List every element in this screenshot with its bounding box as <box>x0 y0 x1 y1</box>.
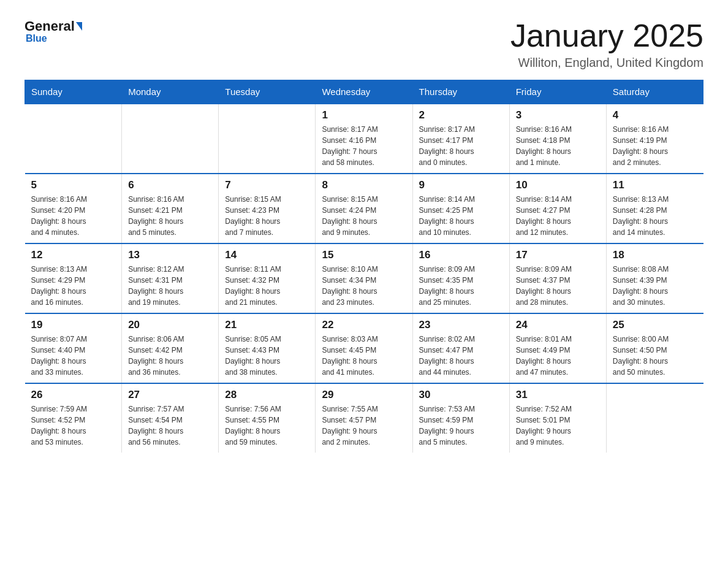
calendar-cell: 30Sunrise: 7:53 AM Sunset: 4:59 PM Dayli… <box>412 383 509 453</box>
calendar-cell: 3Sunrise: 8:16 AM Sunset: 4:18 PM Daylig… <box>509 104 606 174</box>
day-of-week-header: Thursday <box>412 80 509 104</box>
day-info: Sunrise: 8:16 AM Sunset: 4:21 PM Dayligh… <box>128 194 212 238</box>
day-info: Sunrise: 8:03 AM Sunset: 4:45 PM Dayligh… <box>322 334 406 378</box>
day-info: Sunrise: 8:02 AM Sunset: 4:47 PM Dayligh… <box>419 334 503 378</box>
calendar-cell: 7Sunrise: 8:15 AM Sunset: 4:23 PM Daylig… <box>219 174 316 243</box>
logo-blue-text: Blue <box>26 33 47 44</box>
calendar-cell: 4Sunrise: 8:16 AM Sunset: 4:19 PM Daylig… <box>606 104 703 174</box>
calendar-cell: 17Sunrise: 8:09 AM Sunset: 4:37 PM Dayli… <box>509 243 606 313</box>
calendar-cell: 13Sunrise: 8:12 AM Sunset: 4:31 PM Dayli… <box>122 243 219 313</box>
day-info: Sunrise: 8:15 AM Sunset: 4:24 PM Dayligh… <box>322 194 406 238</box>
day-info: Sunrise: 8:17 AM Sunset: 4:17 PM Dayligh… <box>419 124 503 168</box>
calendar-week-row: 5Sunrise: 8:16 AM Sunset: 4:20 PM Daylig… <box>25 174 703 243</box>
day-info: Sunrise: 8:14 AM Sunset: 4:25 PM Dayligh… <box>419 194 503 238</box>
calendar-week-row: 26Sunrise: 7:59 AM Sunset: 4:52 PM Dayli… <box>25 383 703 453</box>
calendar-cell: 8Sunrise: 8:15 AM Sunset: 4:24 PM Daylig… <box>316 174 412 243</box>
day-number: 5 <box>31 179 116 191</box>
day-of-week-header: Saturday <box>606 80 703 104</box>
title-block: January 2025 Williton, England, United K… <box>510 18 703 70</box>
calendar-cell: 16Sunrise: 8:09 AM Sunset: 4:35 PM Dayli… <box>412 243 509 313</box>
day-info: Sunrise: 8:13 AM Sunset: 4:28 PM Dayligh… <box>613 194 697 238</box>
calendar-cell <box>122 104 219 174</box>
calendar-cell: 19Sunrise: 8:07 AM Sunset: 4:40 PM Dayli… <box>25 313 122 383</box>
day-number: 21 <box>225 319 309 331</box>
calendar-week-row: 19Sunrise: 8:07 AM Sunset: 4:40 PM Dayli… <box>25 313 703 383</box>
day-info: Sunrise: 8:16 AM Sunset: 4:18 PM Dayligh… <box>516 124 600 168</box>
calendar-cell: 23Sunrise: 8:02 AM Sunset: 4:47 PM Dayli… <box>412 313 509 383</box>
day-info: Sunrise: 8:06 AM Sunset: 4:42 PM Dayligh… <box>128 334 212 378</box>
day-number: 6 <box>128 179 212 191</box>
day-info: Sunrise: 8:09 AM Sunset: 4:35 PM Dayligh… <box>419 264 503 308</box>
day-info: Sunrise: 8:17 AM Sunset: 4:16 PM Dayligh… <box>322 124 406 168</box>
calendar-week-row: 1Sunrise: 8:17 AM Sunset: 4:16 PM Daylig… <box>25 104 703 174</box>
calendar-cell: 31Sunrise: 7:52 AM Sunset: 5:01 PM Dayli… <box>509 383 606 453</box>
location-subtitle: Williton, England, United Kingdom <box>510 56 703 70</box>
logo-general-text: General <box>25 18 75 34</box>
logo-triangle-icon <box>76 22 82 31</box>
calendar-week-row: 12Sunrise: 8:13 AM Sunset: 4:29 PM Dayli… <box>25 243 703 313</box>
day-number: 11 <box>613 179 697 191</box>
day-info: Sunrise: 8:00 AM Sunset: 4:50 PM Dayligh… <box>613 334 697 378</box>
day-info: Sunrise: 7:56 AM Sunset: 4:55 PM Dayligh… <box>225 404 309 448</box>
day-number: 24 <box>516 319 600 331</box>
calendar-cell: 1Sunrise: 8:17 AM Sunset: 4:16 PM Daylig… <box>316 104 412 174</box>
calendar-cell: 28Sunrise: 7:56 AM Sunset: 4:55 PM Dayli… <box>219 383 316 453</box>
day-number: 18 <box>613 249 697 261</box>
calendar-cell: 24Sunrise: 8:01 AM Sunset: 4:49 PM Dayli… <box>509 313 606 383</box>
day-number: 30 <box>419 389 503 401</box>
calendar-cell: 26Sunrise: 7:59 AM Sunset: 4:52 PM Dayli… <box>25 383 122 453</box>
day-number: 16 <box>419 249 503 261</box>
calendar-cell: 29Sunrise: 7:55 AM Sunset: 4:57 PM Dayli… <box>316 383 412 453</box>
calendar-header-row: SundayMondayTuesdayWednesdayThursdayFrid… <box>25 80 703 104</box>
day-number: 29 <box>322 389 406 401</box>
day-info: Sunrise: 7:55 AM Sunset: 4:57 PM Dayligh… <box>322 404 406 448</box>
calendar-cell: 21Sunrise: 8:05 AM Sunset: 4:43 PM Dayli… <box>219 313 316 383</box>
day-info: Sunrise: 8:12 AM Sunset: 4:31 PM Dayligh… <box>128 264 212 308</box>
day-info: Sunrise: 8:13 AM Sunset: 4:29 PM Dayligh… <box>31 264 116 308</box>
day-info: Sunrise: 7:53 AM Sunset: 4:59 PM Dayligh… <box>419 404 503 448</box>
day-of-week-header: Tuesday <box>219 80 316 104</box>
day-number: 31 <box>516 389 600 401</box>
day-info: Sunrise: 7:57 AM Sunset: 4:54 PM Dayligh… <box>128 404 212 448</box>
day-info: Sunrise: 8:05 AM Sunset: 4:43 PM Dayligh… <box>225 334 309 378</box>
calendar-cell <box>25 104 122 174</box>
day-number: 2 <box>419 109 503 121</box>
calendar-cell: 2Sunrise: 8:17 AM Sunset: 4:17 PM Daylig… <box>412 104 509 174</box>
calendar-cell: 12Sunrise: 8:13 AM Sunset: 4:29 PM Dayli… <box>25 243 122 313</box>
day-info: Sunrise: 8:14 AM Sunset: 4:27 PM Dayligh… <box>516 194 600 238</box>
calendar-cell: 14Sunrise: 8:11 AM Sunset: 4:32 PM Dayli… <box>219 243 316 313</box>
calendar-cell <box>219 104 316 174</box>
day-info: Sunrise: 8:15 AM Sunset: 4:23 PM Dayligh… <box>225 194 309 238</box>
day-info: Sunrise: 8:11 AM Sunset: 4:32 PM Dayligh… <box>225 264 309 308</box>
calendar-cell: 20Sunrise: 8:06 AM Sunset: 4:42 PM Dayli… <box>122 313 219 383</box>
day-number: 7 <box>225 179 309 191</box>
day-number: 4 <box>613 109 697 121</box>
day-number: 8 <box>322 179 406 191</box>
day-number: 1 <box>322 109 406 121</box>
day-info: Sunrise: 8:16 AM Sunset: 4:20 PM Dayligh… <box>31 194 116 238</box>
calendar-cell: 15Sunrise: 8:10 AM Sunset: 4:34 PM Dayli… <box>316 243 412 313</box>
day-of-week-header: Wednesday <box>316 80 412 104</box>
calendar-cell <box>606 383 703 453</box>
calendar-cell: 5Sunrise: 8:16 AM Sunset: 4:20 PM Daylig… <box>25 174 122 243</box>
day-info: Sunrise: 8:08 AM Sunset: 4:39 PM Dayligh… <box>613 264 697 308</box>
day-number: 12 <box>31 249 116 261</box>
day-number: 27 <box>128 389 212 401</box>
day-of-week-header: Sunday <box>25 80 122 104</box>
day-info: Sunrise: 7:52 AM Sunset: 5:01 PM Dayligh… <box>516 404 600 448</box>
day-info: Sunrise: 8:10 AM Sunset: 4:34 PM Dayligh… <box>322 264 406 308</box>
calendar-cell: 9Sunrise: 8:14 AM Sunset: 4:25 PM Daylig… <box>412 174 509 243</box>
calendar-cell: 25Sunrise: 8:00 AM Sunset: 4:50 PM Dayli… <box>606 313 703 383</box>
day-info: Sunrise: 8:16 AM Sunset: 4:19 PM Dayligh… <box>613 124 697 168</box>
day-number: 22 <box>322 319 406 331</box>
day-info: Sunrise: 8:09 AM Sunset: 4:37 PM Dayligh… <box>516 264 600 308</box>
day-number: 19 <box>31 319 116 331</box>
calendar-title: January 2025 <box>510 18 703 53</box>
day-number: 14 <box>225 249 309 261</box>
day-info: Sunrise: 8:01 AM Sunset: 4:49 PM Dayligh… <box>516 334 600 378</box>
day-number: 17 <box>516 249 600 261</box>
day-of-week-header: Friday <box>509 80 606 104</box>
day-info: Sunrise: 8:07 AM Sunset: 4:40 PM Dayligh… <box>31 334 116 378</box>
calendar-cell: 6Sunrise: 8:16 AM Sunset: 4:21 PM Daylig… <box>122 174 219 243</box>
page-header: General Blue January 2025 Williton, Engl… <box>25 18 703 70</box>
